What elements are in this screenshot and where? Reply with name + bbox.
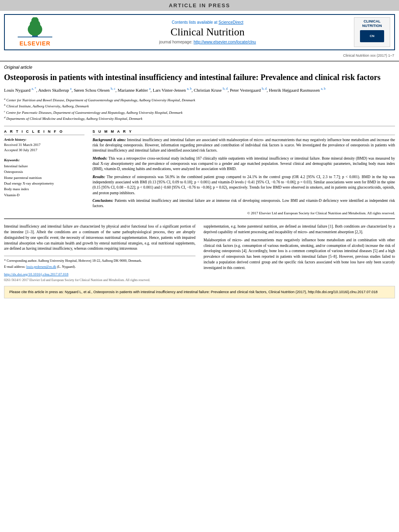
affiliations: a Center for Nutrition and Bowel Disease…	[4, 97, 395, 122]
history-label: Article history:	[4, 138, 84, 142]
body-right-text-2: Malabsorption of micro- and macronutrien…	[204, 238, 395, 271]
article-info-col: A R T I C L E I N F O Article history: R…	[4, 129, 84, 216]
svg-text:CN: CN	[370, 34, 374, 38]
citation-text: Please cite this article in press as: Ny…	[9, 290, 378, 294]
sciencedirect-link[interactable]: ScienceDirect	[218, 20, 243, 25]
journal-homepage: journal homepage: http://www.elsevier.co…	[61, 40, 354, 44]
cn-logo-icon: CN	[358, 28, 386, 44]
copyright-line: © 2017 Elsevier Ltd and European Society…	[93, 211, 395, 215]
keyword-item: Home parenteral nutrition	[4, 175, 84, 181]
article-body: Original article Osteoporosis in patient…	[4, 65, 395, 283]
conclusions-paragraph: Conclusions: Patients with intestinal in…	[93, 198, 395, 209]
email-link[interactable]: louis.pedersen@rn.dk	[26, 265, 56, 269]
citation-bar: Please cite this article in press as: Ny…	[4, 286, 395, 299]
cn-logo-title: CLINICALNUTRITION	[356, 19, 388, 28]
affiliations-divider	[4, 126, 395, 126]
body-text-section: Intestinal insufficiency and intestinal …	[4, 224, 395, 282]
homepage-url[interactable]: http://www.elsevier.com/locate/clnu	[193, 40, 256, 44]
elsevier-tree-icon	[17, 17, 53, 39]
body-right-col: supplementation, e.g. home parenteral nu…	[204, 224, 395, 282]
corresponding-author: * Corresponding author. Aalborg Universi…	[4, 259, 195, 263]
keyword-item: Vitamin-D	[4, 192, 84, 198]
keyword-item: Osteoporosis	[4, 169, 84, 175]
body-left-col: Intestinal insufficiency and intestinal …	[4, 224, 195, 282]
methods-paragraph: Methods: This was a retrospective cross-…	[93, 156, 395, 172]
keywords-label: Keywords:	[4, 158, 84, 162]
issn-line: 0261-5614/© 2017 Elsevier Ltd and Europe…	[4, 278, 195, 283]
authors-line: Louis Nygaard a, *, Anders Skallerup a, …	[4, 86, 395, 94]
background-paragraph: Background & aims: Intestinal insufficie…	[93, 138, 395, 154]
elsevier-brand-text: ELSEVIER	[19, 40, 50, 47]
journal-center: Contents lists available at ScienceDirec…	[61, 20, 354, 44]
elsevier-logo-section: ELSEVIER	[9, 17, 61, 47]
article-title: Osteoporosis in patients with intestinal…	[4, 72, 395, 82]
body-right-text: supplementation, e.g. home parenteral nu…	[204, 224, 395, 235]
keyword-item: Dual energy X-ray absorptiometry	[4, 181, 84, 186]
accepted-date: Accepted 30 July 2017	[4, 148, 84, 152]
journal-ref: Clinical Nutrition xxx (2017) 1–7	[5, 53, 394, 58]
journal-header: ELSEVIER Contents lists available at Sci…	[4, 14, 395, 50]
info-summary-section: A R T I C L E I N F O Article history: R…	[4, 129, 395, 216]
keyword-item: Intestinal failure	[4, 163, 84, 169]
body-left-text: Intestinal insufficiency and intestinal …	[4, 224, 195, 252]
summary-divider	[4, 218, 395, 219]
header-divider	[0, 61, 399, 62]
summary-header: S U M M A R Y	[93, 129, 395, 135]
keyword-item: Body mass index	[4, 186, 84, 192]
email-address: E-mail address: louis.pedersen@rn.dk (L.…	[4, 265, 195, 269]
keywords-list: Intestinal failure Osteoporosis Home par…	[4, 163, 84, 198]
article-in-press-banner: ARTICLE IN PRESS	[0, 0, 399, 11]
results-paragraph: Results: The prevalence of osteoporosis …	[93, 175, 395, 196]
svg-rect-4	[18, 37, 52, 37]
doi-link[interactable]: http://dx.doi.org/10.1016/j.clnu.2017.07…	[4, 272, 195, 277]
article-info-header: A R T I C L E I N F O	[4, 129, 84, 135]
article-type: Original article	[4, 65, 395, 70]
received-date: Received 31 March 2017	[4, 143, 84, 147]
cn-logo: CLINICALNUTRITION CN	[354, 17, 390, 47]
journal-title: Clinical Nutrition	[61, 26, 354, 38]
contents-label: Contents lists available at ScienceDirec…	[61, 20, 354, 25]
footnote-section: * Corresponding author. Aalborg Universi…	[4, 256, 195, 269]
summary-col: S U M M A R Y Background & aims: Intesti…	[93, 129, 395, 216]
